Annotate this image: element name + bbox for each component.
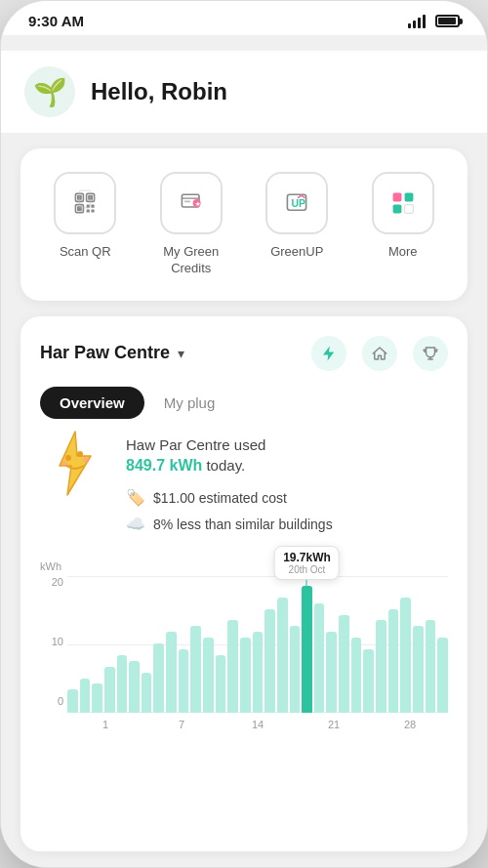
svg-rect-18 bbox=[392, 193, 401, 202]
tabs: Overview My plug bbox=[40, 387, 448, 419]
energy-header: Har Paw Centre ▾ bbox=[40, 336, 448, 371]
energy-usage-prefix: Haw Par Centre used bbox=[126, 436, 265, 453]
bar-8 bbox=[153, 643, 164, 713]
x-label-21: 21 bbox=[296, 719, 372, 730]
svg-text:UP: UP bbox=[292, 198, 306, 209]
bar-29 bbox=[413, 626, 424, 713]
y-label-20: 20 bbox=[52, 576, 63, 588]
mascot-icon bbox=[40, 427, 110, 517]
bar-19 bbox=[290, 626, 301, 713]
home-button[interactable] bbox=[362, 336, 397, 371]
phone-screen: 9:30 AM 🌱 Hello, Robin bbox=[1, 1, 487, 867]
trophy-icon bbox=[422, 345, 439, 362]
more-icon bbox=[387, 187, 419, 219]
avatar: 🌱 bbox=[24, 66, 75, 117]
svg-rect-13 bbox=[184, 201, 190, 203]
chart-y-label: kWh bbox=[40, 560, 448, 572]
trophy-button[interactable] bbox=[413, 336, 448, 371]
y-label-10: 10 bbox=[52, 636, 63, 647]
y-label-0: 0 bbox=[58, 695, 63, 707]
more-label: More bbox=[388, 244, 418, 261]
action-scan-qr[interactable]: Scan QR bbox=[46, 172, 124, 261]
energy-text: Haw Par Centre used 849.7 kWh today. 🏷️ … bbox=[126, 434, 448, 533]
svg-point-25 bbox=[83, 457, 89, 463]
scan-qr-icon-box bbox=[54, 172, 116, 234]
energy-usage-suffix: today. bbox=[206, 457, 245, 474]
bar-10 bbox=[179, 649, 189, 713]
tab-my-plug[interactable]: My plug bbox=[144, 387, 235, 419]
location-selector[interactable]: Har Paw Centre ▾ bbox=[40, 343, 184, 363]
scan-qr-icon bbox=[69, 187, 101, 219]
bar-3 bbox=[92, 683, 102, 713]
bar-11 bbox=[190, 626, 201, 713]
header: 🌱 Hello, Robin bbox=[1, 51, 487, 133]
svg-rect-21 bbox=[404, 205, 413, 214]
main-content: 🌱 Hello, Robin bbox=[1, 35, 487, 867]
my-green-credits-icon-box: ★ bbox=[160, 172, 223, 234]
status-icons bbox=[408, 15, 460, 28]
comparison-stat: ☁️ 8% less than similar buildings bbox=[126, 515, 448, 533]
bar-23 bbox=[339, 615, 349, 713]
bar-7 bbox=[142, 673, 152, 713]
svg-point-23 bbox=[77, 451, 83, 457]
more-icon-box bbox=[372, 172, 434, 234]
bar-31 bbox=[437, 638, 448, 713]
price-tag-icon: 🏷️ bbox=[126, 488, 145, 507]
quick-actions-card: Scan QR ★ My GreenCredits bbox=[20, 148, 468, 301]
chevron-down-icon: ▾ bbox=[178, 346, 184, 361]
comparison-text: 8% less than similar buildings bbox=[153, 517, 333, 532]
bar-25 bbox=[363, 649, 374, 713]
bar-2 bbox=[80, 679, 91, 713]
lightning-icon bbox=[320, 345, 338, 362]
bar-tooltip: 19.7kWh20th Oct bbox=[274, 546, 340, 580]
svg-rect-9 bbox=[92, 209, 95, 212]
action-more[interactable]: More bbox=[364, 172, 442, 261]
bar-26 bbox=[376, 620, 386, 713]
avatar-plant-icon: 🌱 bbox=[33, 76, 67, 108]
chart-grid-bars: 19.7kWh20th Oct bbox=[67, 576, 448, 713]
bar-30 bbox=[426, 620, 436, 713]
bar-21 bbox=[314, 603, 325, 713]
x-label-28: 28 bbox=[372, 719, 448, 730]
greenup-label: GreenUP bbox=[270, 244, 323, 261]
action-greenup[interactable]: UP GreenUP bbox=[258, 172, 336, 261]
lightning-button[interactable] bbox=[311, 336, 346, 371]
bar-24 bbox=[351, 638, 362, 713]
x-label-7: 7 bbox=[143, 719, 220, 730]
location-name: Har Paw Centre bbox=[40, 343, 170, 363]
chart-area-wrapper: 20 10 0 bbox=[40, 576, 448, 730]
scan-qr-label: Scan QR bbox=[60, 244, 111, 261]
greenup-icon-box: UP bbox=[265, 172, 328, 234]
energy-card: Har Paw Centre ▾ bbox=[20, 316, 468, 851]
energy-usage-text: Haw Par Centre used 849.7 kWh today. bbox=[126, 434, 448, 476]
svg-point-22 bbox=[65, 455, 71, 461]
bar-9 bbox=[166, 632, 177, 713]
status-bar: 9:30 AM bbox=[1, 1, 487, 35]
tab-overview[interactable]: Overview bbox=[40, 387, 144, 419]
chart-bars: 19.7kWh20th Oct bbox=[67, 576, 448, 713]
cloud-icon: ☁️ bbox=[126, 515, 145, 533]
svg-rect-8 bbox=[87, 209, 90, 212]
action-my-green-credits[interactable]: ★ My GreenCredits bbox=[152, 172, 230, 277]
bar-17 bbox=[264, 609, 275, 713]
battery-icon bbox=[435, 15, 460, 27]
greenup-icon: UP bbox=[281, 187, 312, 219]
my-green-credits-icon: ★ bbox=[176, 187, 207, 219]
x-labels: 1 7 14 21 28 bbox=[67, 713, 448, 730]
bar-22 bbox=[326, 632, 337, 713]
tooltip-line bbox=[306, 580, 307, 586]
estimated-cost: $11.00 estimated cost bbox=[153, 490, 287, 506]
svg-rect-20 bbox=[392, 205, 401, 214]
svg-rect-19 bbox=[404, 193, 413, 202]
x-label-1: 1 bbox=[67, 719, 143, 730]
bar-4 bbox=[104, 667, 115, 713]
bar-13 bbox=[216, 655, 226, 713]
bar-27 bbox=[388, 609, 399, 713]
bar-6 bbox=[129, 661, 140, 713]
bar-15 bbox=[240, 638, 251, 713]
y-labels: 20 10 0 bbox=[40, 576, 63, 707]
phone-frame: 9:30 AM 🌱 Hello, Robin bbox=[0, 0, 488, 868]
home-icon bbox=[371, 345, 388, 362]
bar-12 bbox=[203, 638, 214, 713]
x-label-14: 14 bbox=[220, 719, 296, 730]
